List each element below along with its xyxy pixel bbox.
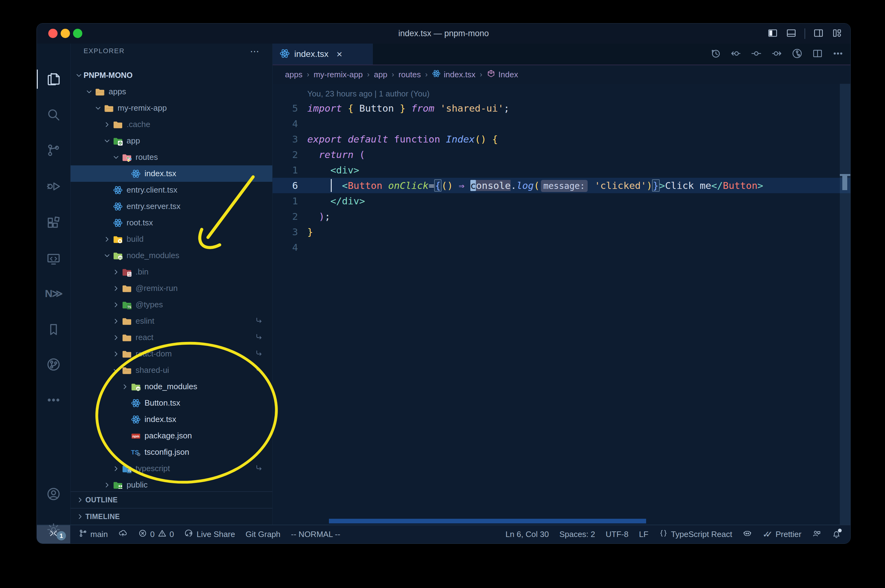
activity-git-graph[interactable] [37,351,70,378]
tree-item-@remix-run[interactable]: @remix-run [71,280,272,297]
code-line[interactable]: 2 ); [272,208,850,224]
layout-customize-icon[interactable] [832,28,842,40]
code-line[interactable]: 5 import { Button } from 'shared-ui'; [272,100,850,116]
tree-item-index.tsx[interactable]: index.tsx [71,411,272,428]
code-editor[interactable]: You, 23 hours ago | 1 author (You) 5 imp… [272,84,850,525]
status-git-graph[interactable]: Git Graph [246,530,281,539]
activity-remote-explorer[interactable] [37,245,70,273]
activity-more[interactable] [37,386,70,414]
line-number[interactable]: 1 [272,162,307,178]
tree-item-my-remix-app[interactable]: my-remix-app [71,100,272,116]
status-cursor-position[interactable]: Ln 6, Col 30 [505,530,549,539]
tree-item-package.json[interactable]: npm package.json [71,428,272,444]
tree-item-build[interactable]: build [71,231,272,248]
tree-item-Button.tsx[interactable]: Button.tsx [71,395,272,411]
tree-item-tsconfig.json[interactable]: TS tsconfig.json [71,444,272,460]
tree-item-eslint[interactable]: eslint [71,313,272,329]
commit-next-icon[interactable] [771,48,782,60]
tree-item-app[interactable]: app [71,133,272,149]
tree-item-shared-ui[interactable]: shared-ui [71,362,272,378]
tree-item-node_modules[interactable]: JS node_modules [71,248,272,264]
status-live-share[interactable]: Live Share [184,529,235,540]
tree-item-routes[interactable]: routes [71,149,272,165]
tree-item-.cache[interactable]: .cache [71,116,272,133]
activity-extensions[interactable] [37,209,70,237]
horizontal-scrollbar[interactable] [329,519,646,524]
line-number[interactable]: 2 [272,208,307,224]
activity-search[interactable] [37,101,70,129]
breadcrumb-app[interactable]: app [374,70,387,80]
sync-icon [118,529,128,540]
branch-circle-icon[interactable] [792,48,803,60]
explorer-actions-icon[interactable]: ⋯ [250,46,260,57]
code-line[interactable]: 6 <Button onClick={() ⇒ console.log(mess… [272,178,850,193]
line-number[interactable]: 1 [272,193,307,208]
breadcrumb-my-remix-app[interactable]: my-remix-app [313,70,363,80]
line-number[interactable]: 6 [272,178,307,193]
activity-bookmarks[interactable] [37,316,70,344]
code-line[interactable]: 1 <div> [272,162,850,178]
breadcrumb-routes[interactable]: routes [399,70,421,80]
activity-nx-console[interactable]: N≫ [37,279,70,307]
vertical-scrollbar[interactable] [840,84,850,525]
status-language-mode[interactable]: TypeScript React [659,529,732,540]
code-line[interactable]: 4 [272,116,850,131]
tree-item-entry.server.tsx[interactable]: entry.server.tsx [71,198,272,214]
code-line[interactable]: 3 } [272,224,850,240]
tree-item-index.tsx[interactable]: index.tsx [71,165,272,182]
breadcrumb-apps[interactable]: apps [285,70,303,80]
tree-item-typescript[interactable]: TS typescript [71,460,272,477]
tree-item-root.tsx[interactable]: root.tsx [71,214,272,231]
tab-index-tsx[interactable]: index.tsx × [272,44,373,64]
line-number[interactable]: 4 [272,240,307,255]
tree-item-label: node_modules [126,251,179,260]
tree-item-@types[interactable]: TS @types [71,297,272,313]
split-icon[interactable] [812,48,823,60]
line-number[interactable]: 5 [272,100,307,116]
layout-panel-icon[interactable] [786,28,796,40]
code-line[interactable]: 3 export default function Index() { [272,131,850,147]
layout-sidebar-left-icon[interactable] [768,28,778,40]
activity-explorer[interactable] [37,65,70,93]
activity-run-debug[interactable] [37,172,70,200]
status-vim-mode[interactable]: -- NORMAL -- [291,530,340,539]
commit-prev-icon[interactable] [730,48,741,60]
code-line[interactable]: 2 return ( [272,147,850,162]
tree-item-public[interactable]: public [71,477,272,491]
tree-item-react-dom[interactable]: react-dom [71,346,272,362]
status-sync[interactable] [118,529,128,540]
breadcrumb-Index[interactable]: Index [487,69,518,80]
status-indentation[interactable]: Spaces: 2 [560,530,595,539]
line-number[interactable]: 4 [272,116,307,131]
status-branch-main[interactable]: main [78,529,108,540]
code-line[interactable]: 1 </div> [272,193,850,208]
tree-item-apps[interactable]: apps [71,84,272,100]
code-line[interactable]: 4 [272,240,850,255]
status-prettier[interactable]: ✓✓ Prettier [763,529,801,540]
tree-item-node_modules[interactable]: JS node_modules [71,378,272,395]
status-encoding[interactable]: UTF-8 [605,530,629,539]
activity-accounts[interactable] [37,480,70,508]
section-outline[interactable]: OUTLINE [71,491,272,508]
status-eol[interactable]: LF [639,530,648,539]
tree-item-entry.client.tsx[interactable]: entry.client.tsx [71,182,272,198]
tree-item-PNPM-MONO[interactable]: PNPM-MONO [71,67,272,84]
status-copilot[interactable] [743,529,752,540]
status-feedback[interactable] [812,529,821,540]
commit-icon[interactable] [751,48,762,60]
layout-sidebar-right-icon[interactable] [813,28,824,40]
breadcrumb-index.tsx[interactable]: index.tsx [432,69,476,80]
ellipsis-icon[interactable] [832,48,844,60]
status-problems[interactable]: 0 0 [138,529,174,540]
line-number[interactable]: 2 [272,147,307,162]
close-tab-icon[interactable]: × [337,48,343,60]
activity-settings[interactable]: 1 [37,516,70,543]
tree-item-react[interactable]: react [71,329,272,346]
line-number[interactable]: 3 [272,131,307,147]
section-timeline[interactable]: TIMELINE [71,508,272,525]
line-number[interactable]: 3 [272,224,307,240]
status-notifications[interactable] [832,530,841,539]
tree-item-.bin[interactable]: 0110 .bin [71,264,272,280]
history-icon[interactable] [710,48,721,60]
activity-source-control[interactable] [37,136,70,164]
